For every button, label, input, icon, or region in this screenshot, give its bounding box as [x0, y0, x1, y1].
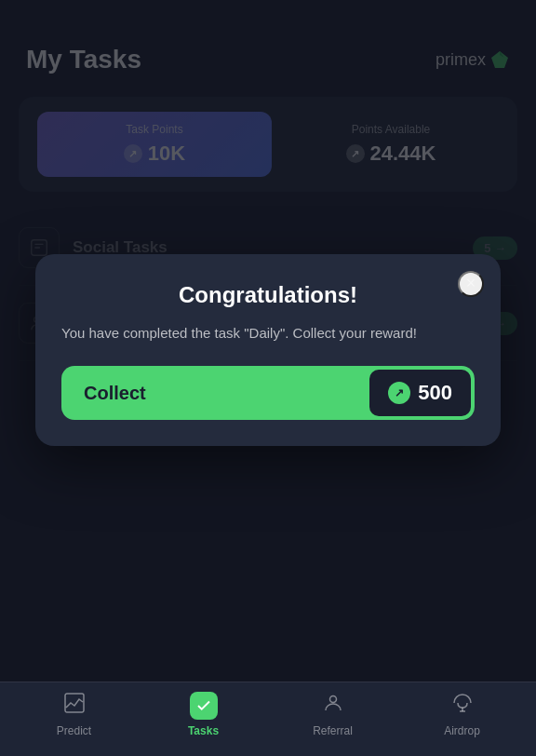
- referral-icon: [322, 692, 344, 720]
- nav-item-tasks[interactable]: Tasks: [139, 684, 268, 745]
- svg-rect-5: [65, 694, 84, 712]
- tasks-icon: [190, 692, 218, 720]
- nav-label-airdrop: Airdrop: [444, 724, 480, 737]
- modal-title: Congratulations!: [61, 282, 475, 308]
- airdrop-icon: [451, 692, 474, 720]
- bottom-nav: Predict Tasks Referral: [0, 682, 536, 756]
- app-container: My Tasks primex Task Points ↗ 10K Points…: [0, 0, 536, 756]
- nav-item-referral[interactable]: Referral: [268, 684, 397, 745]
- collect-amount: ↗ 500: [369, 370, 471, 416]
- modal-close-button[interactable]: ×: [458, 271, 484, 297]
- nav-label-referral: Referral: [313, 724, 353, 737]
- nav-label-predict: Predict: [57, 724, 91, 737]
- modal-description: You have completed the task "Daily". Col…: [61, 323, 475, 344]
- nav-item-predict[interactable]: Predict: [9, 684, 139, 745]
- collect-amount-value: 500: [418, 381, 452, 405]
- svg-point-6: [329, 696, 336, 703]
- collect-button[interactable]: Collect ↗ 500: [61, 366, 475, 420]
- congratulations-modal: × Congratulations! You have completed th…: [35, 254, 501, 447]
- nav-label-tasks: Tasks: [188, 724, 219, 737]
- modal-overlay: × Congratulations! You have completed th…: [0, 0, 536, 700]
- collect-label: Collect: [84, 383, 146, 404]
- predict-icon: [63, 692, 86, 720]
- nav-item-airdrop[interactable]: Airdrop: [397, 684, 527, 745]
- collect-amount-icon: ↗: [388, 382, 410, 404]
